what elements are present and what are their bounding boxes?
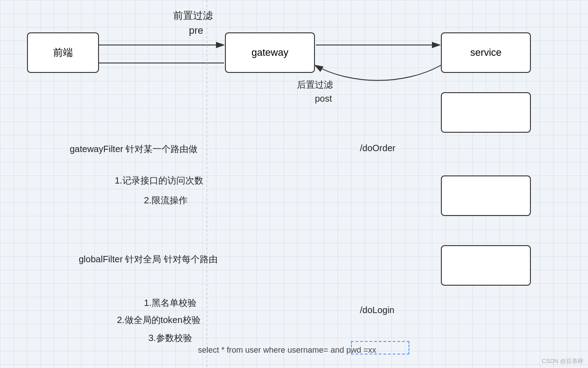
gateway-filter-label: gatewayFilter 针对某一个路由做 (70, 143, 198, 155)
gateway-box: gateway (225, 32, 315, 73)
service-box-2 (441, 92, 531, 133)
prefilter-en-label: pre (189, 25, 203, 36)
prefilter-cn-label: 前置过滤 (173, 9, 213, 22)
global-desc3-label: 3.参数校验 (148, 332, 192, 344)
dashed-selection-box (351, 341, 409, 355)
do-login-label: /doLogin (360, 305, 395, 315)
do-order-label: /doOrder (360, 143, 395, 153)
service-box-4 (441, 245, 531, 286)
frontend-label: 前端 (53, 46, 73, 59)
frontend-box: 前端 (27, 32, 99, 73)
service-box-1: service (441, 32, 531, 73)
gf-desc2-label: 2.限流操作 (144, 194, 188, 206)
service-label: service (470, 47, 502, 58)
sql-text-label: select * from user where username= and p… (198, 346, 376, 355)
global-desc1-label: 1.黑名单校验 (144, 297, 197, 309)
diagram-container: 前端 gateway service 前置过滤 pre 后置过滤 post ga… (0, 0, 588, 368)
gateway-label: gateway (251, 47, 288, 58)
postfilter-cn-label: 后置过滤 (297, 79, 333, 91)
watermark: CSDN @豆恭梓 (542, 357, 584, 365)
gf-desc1-label: 1.记录接口的访问次数 (115, 175, 203, 187)
service-box-3 (441, 175, 531, 216)
global-filter-label: globalFilter 针对全局 针对每个路由 (79, 253, 218, 265)
global-desc2-label: 2.做全局的token校验 (117, 314, 201, 326)
postfilter-en-label: post (315, 94, 332, 104)
